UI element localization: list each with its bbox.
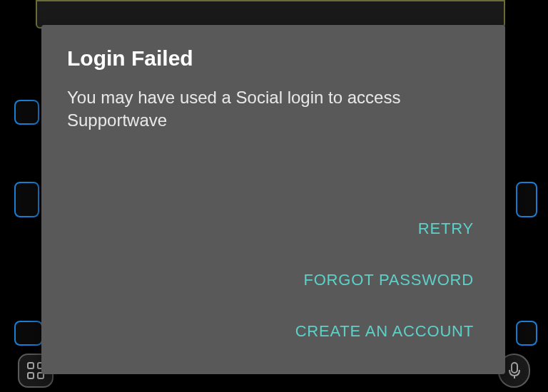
background-element	[14, 100, 39, 125]
retry-button[interactable]: RETRY	[418, 220, 474, 238]
modal-actions: RETRY FORGOT PASSWORD CREATE AN ACCOUNT	[67, 220, 480, 356]
forgot-password-button[interactable]: FORGOT PASSWORD	[303, 271, 474, 289]
background-element	[14, 182, 39, 217]
login-failed-modal: Login Failed You may have used a Social …	[41, 25, 505, 374]
modal-title: Login Failed	[67, 46, 480, 71]
modal-body-text: You may have used a Social login to acce…	[67, 86, 480, 133]
svg-rect-0	[512, 363, 517, 373]
background-element	[516, 182, 537, 217]
background-element	[516, 321, 537, 346]
background-element	[14, 321, 43, 346]
create-account-button[interactable]: CREATE AN ACCOUNT	[295, 322, 474, 341]
background-input-hint	[36, 0, 505, 29]
